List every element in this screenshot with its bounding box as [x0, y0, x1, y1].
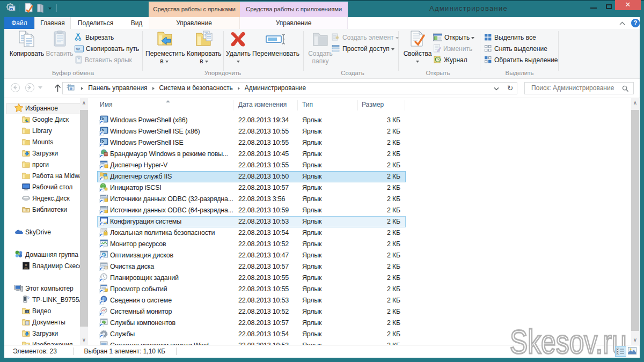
svg-text:W...: W... [76, 47, 84, 51]
